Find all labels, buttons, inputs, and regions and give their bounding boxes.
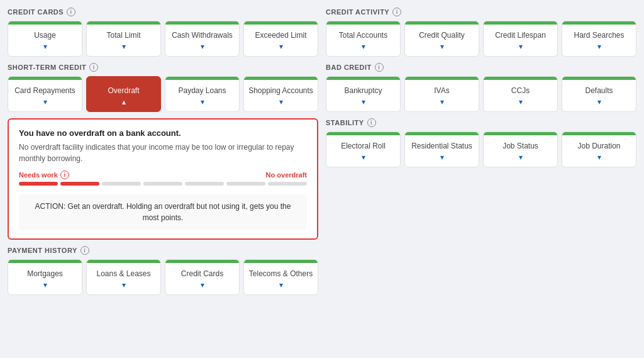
action-text: ACTION: Get an overdraft. Holding an ove… [35,202,291,222]
card-repayments-card[interactable]: Card Repayments ▾ [8,76,82,112]
shopping-accounts-label: Shopping Accounts [244,80,318,98]
bankruptcy-card[interactable]: Bankruptcy ▾ [326,76,401,112]
card-repayments-label: Card Repayments [8,80,82,98]
credit-cards-ph-chevron: ▾ [165,281,239,289]
job-duration-card[interactable]: Job Duration ▾ [562,131,636,167]
mortgages-chevron: ▾ [8,281,82,289]
usage-card[interactable]: Usage ▾ [8,21,82,57]
hard-searches-label: Hard Searches [562,25,636,42]
hard-searches-card[interactable]: Hard Searches ▾ [562,21,636,57]
payment-history-label: PAYMENT HISTORY [8,247,77,254]
loans-leases-chevron: ▾ [87,281,160,289]
exceeded-limit-card[interactable]: Exceeded Limit ▾ [243,21,318,57]
ivas-chevron: ▾ [405,98,479,106]
exceeded-limit-chevron: ▾ [244,42,318,51]
credit-activity-info-icon[interactable]: i [392,8,401,16]
credit-activity-section-label: CREDIT ACTIVITY i [326,8,636,16]
loans-leases-label: Loans & Leases [87,263,160,281]
progress-seg-2 [60,182,99,186]
progress-track [19,182,307,186]
bad-credit-section-label: BAD CREDIT i [326,63,636,72]
credit-quality-chevron: ▾ [405,42,479,51]
defaults-card[interactable]: Defaults ▾ [562,76,636,112]
short-term-credit-card-row: Card Repayments ▾ Overdraft ▴ Payday Loa… [8,76,318,112]
stability-info-icon[interactable]: i [367,118,376,127]
job-duration-chevron: ▾ [562,153,636,162]
overdraft-card[interactable]: Overdraft ▴ [86,76,161,112]
bad-credit-card-row: Bankruptcy ▾ IVAs ▾ CCJs ▾ Defaults ▾ [326,76,636,112]
defaults-label: Defaults [562,80,636,98]
bad-credit-info-icon[interactable]: i [375,63,384,72]
ivas-label: IVAs [405,80,479,98]
telecoms-others-label: Telecoms & Others [244,263,318,281]
score-label-bad: Needs work i [19,171,69,179]
usage-label: Usage [8,25,82,42]
electoral-roll-card[interactable]: Electoral Roll ▾ [326,131,401,167]
ccjs-card[interactable]: CCJs ▾ [483,76,558,112]
total-limit-chevron: ▾ [87,42,160,51]
shopping-accounts-chevron: ▾ [244,98,318,106]
action-box: ACTION: Get an overdraft. Holding an ove… [19,194,307,230]
electoral-roll-chevron: ▾ [326,153,400,162]
payday-loans-card[interactable]: Payday Loans ▾ [165,76,240,112]
short-term-credit-info-icon[interactable]: i [89,63,98,72]
defaults-chevron: ▾ [562,98,636,106]
progress-seg-3 [102,182,141,186]
progress-seg-5 [185,182,224,186]
payment-history-info-icon[interactable]: i [80,246,89,255]
stability-label: STABILITY [326,119,364,126]
bankruptcy-chevron: ▾ [326,98,400,106]
telecoms-others-chevron: ▾ [244,281,318,289]
job-status-card[interactable]: Job Status ▾ [483,131,558,167]
overdraft-chevron: ▴ [87,98,160,106]
ccjs-chevron: ▾ [484,98,557,106]
cash-withdrawals-label: Cash Withdrawals [165,25,239,42]
total-accounts-card[interactable]: Total Accounts ▾ [326,21,401,57]
telecoms-others-card[interactable]: Telecoms & Others ▾ [243,259,318,295]
short-term-credit-label: SHORT-TERM CREDIT [8,64,86,71]
job-status-label: Job Status [484,135,557,153]
credit-cards-section-label: CREDIT CARDS i [8,8,318,16]
credit-quality-label: Credit Quality [405,25,479,42]
progress-seg-1 [19,182,58,186]
mortgages-label: Mortgages [8,263,82,281]
usage-chevron: ▾ [8,42,82,51]
stability-section-label: STABILITY i [326,118,636,127]
payment-history-section-label: PAYMENT HISTORY i [8,246,318,255]
ivas-card[interactable]: IVAs ▾ [404,76,479,112]
progress-seg-7 [268,182,307,186]
score-info-icon[interactable]: i [60,171,69,179]
residential-status-card[interactable]: Residential Status ▾ [404,131,479,167]
payday-loans-label: Payday Loans [165,80,239,98]
cash-withdrawals-card[interactable]: Cash Withdrawals ▾ [165,21,240,57]
shopping-accounts-card[interactable]: Shopping Accounts ▾ [243,76,318,112]
loans-leases-card[interactable]: Loans & Leases ▾ [86,259,161,295]
ccjs-label: CCJs [484,80,557,98]
mortgages-card[interactable]: Mortgages ▾ [8,259,82,295]
total-limit-card[interactable]: Total Limit ▾ [86,21,161,57]
credit-lifespan-label: Credit Lifespan [484,25,557,42]
payday-loans-chevron: ▾ [165,98,239,106]
total-accounts-label: Total Accounts [326,25,400,42]
progress-seg-4 [143,182,182,186]
credit-lifespan-card[interactable]: Credit Lifespan ▾ [483,21,558,57]
electoral-roll-label: Electoral Roll [326,135,400,153]
credit-quality-card[interactable]: Credit Quality ▾ [404,21,479,57]
progress-seg-6 [226,182,265,186]
credit-cards-ph-card[interactable]: Credit Cards ▾ [165,259,240,295]
credit-activity-card-row: Total Accounts ▾ Credit Quality ▾ Credit… [326,21,636,57]
credit-cards-card-row: Usage ▾ Total Limit ▾ Cash Withdrawals ▾… [8,21,318,57]
credit-cards-info-icon[interactable]: i [67,8,75,16]
credit-activity-label: CREDIT ACTIVITY [326,8,389,16]
residential-status-chevron: ▾ [405,153,479,162]
overdraft-expanded-panel: You have no overdraft on a bank account.… [8,118,318,240]
short-term-credit-section-label: SHORT-TERM CREDIT i [8,63,318,72]
score-row: Needs work i No overdraft [19,171,307,179]
card-repayments-chevron: ▾ [8,98,82,106]
credit-cards-label: CREDIT CARDS [8,8,64,16]
credit-cards-ph-label: Credit Cards [165,263,239,281]
bankruptcy-label: Bankruptcy [326,80,400,98]
hard-searches-chevron: ▾ [562,42,636,51]
job-duration-label: Job Duration [562,135,636,153]
exceeded-limit-label: Exceeded Limit [244,25,318,42]
